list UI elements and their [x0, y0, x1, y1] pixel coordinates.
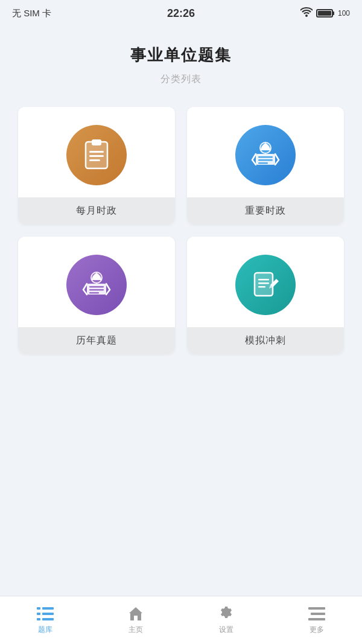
- card-label-4: 模拟冲刺: [245, 335, 286, 345]
- wifi-icon: [300, 7, 313, 19]
- status-bar: 无 SIM 卡 22:26 100: [0, 0, 362, 27]
- svg-rect-16: [89, 289, 104, 291]
- svg-rect-25: [42, 613, 54, 615]
- svg-rect-11: [258, 162, 268, 164]
- main-content: 事业单位题集 分类列表 每月时政: [0, 27, 362, 596]
- list-icon: [37, 605, 54, 622]
- card-label-3: 历年真题: [76, 335, 117, 345]
- clipboard-icon: [78, 137, 115, 173]
- card-label-area-2: 重要时政: [187, 197, 344, 225]
- svg-rect-15: [89, 286, 104, 288]
- tab-settings[interactable]: 设置: [181, 601, 272, 640]
- svg-rect-19: [258, 279, 269, 281]
- reader-blue-icon: [247, 137, 284, 173]
- card-past-exams[interactable]: 历年真题: [18, 237, 175, 354]
- svg-rect-2: [92, 139, 101, 145]
- card-monthly-politics[interactable]: 每月时政: [18, 107, 175, 225]
- clock: 22:26: [167, 7, 195, 20]
- sim-status: 无 SIM 卡: [12, 8, 51, 19]
- svg-rect-22: [37, 607, 40, 610]
- gear-icon: [218, 605, 235, 622]
- svg-rect-17: [89, 292, 99, 294]
- tab-bar: 题库 主页 设置 更多: [0, 596, 362, 644]
- svg-rect-29: [311, 613, 325, 615]
- tab-settings-label: 设置: [219, 625, 233, 635]
- edit-icon: [247, 267, 284, 303]
- svg-rect-27: [42, 618, 54, 620]
- svg-rect-26: [37, 618, 40, 620]
- category-grid: 每月时政: [18, 107, 344, 354]
- icon-circle-3: [66, 255, 127, 315]
- card-label-2: 重要时政: [245, 205, 286, 215]
- icon-circle-4: [235, 255, 296, 315]
- card-important-politics[interactable]: 重要时政: [187, 107, 344, 225]
- reader-purple-icon: [78, 267, 115, 303]
- card-icon-area-1: [18, 107, 175, 197]
- card-label-area-4: 模拟冲刺: [187, 327, 344, 354]
- home-icon: [127, 605, 144, 622]
- card-label-area-1: 每月时政: [18, 197, 175, 225]
- card-label-1: 每月时政: [76, 205, 117, 215]
- svg-rect-21: [258, 286, 265, 288]
- svg-rect-4: [89, 155, 104, 157]
- tab-more-label: 更多: [310, 625, 324, 635]
- more-icon: [308, 605, 325, 622]
- page-subtitle: 分类列表: [160, 73, 202, 86]
- svg-rect-30: [308, 618, 325, 620]
- svg-rect-18: [255, 273, 273, 296]
- icon-circle-2: [235, 125, 296, 185]
- svg-rect-9: [258, 156, 273, 158]
- tab-home-label: 主页: [129, 625, 143, 635]
- page-title: 事业单位题集: [130, 45, 232, 66]
- svg-rect-5: [89, 159, 100, 161]
- svg-rect-20: [258, 282, 269, 284]
- svg-rect-23: [42, 607, 54, 610]
- battery-level: 100: [338, 9, 350, 18]
- svg-rect-10: [258, 159, 273, 161]
- icon-circle-1: [66, 125, 127, 185]
- tab-home[interactable]: 主页: [91, 601, 181, 640]
- card-icon-area-2: [187, 107, 344, 197]
- svg-rect-3: [89, 151, 104, 153]
- status-right: 100: [300, 7, 350, 19]
- svg-rect-24: [37, 613, 40, 615]
- tab-tiku[interactable]: 题库: [0, 601, 91, 640]
- battery-icon: [316, 9, 333, 18]
- card-mock-sprint[interactable]: 模拟冲刺: [187, 237, 344, 354]
- card-icon-area-4: [187, 237, 344, 327]
- card-icon-area-3: [18, 237, 175, 327]
- tab-tiku-label: 题库: [38, 625, 52, 635]
- card-label-area-3: 历年真题: [18, 327, 175, 354]
- tab-more[interactable]: 更多: [272, 601, 362, 640]
- svg-rect-28: [308, 607, 325, 610]
